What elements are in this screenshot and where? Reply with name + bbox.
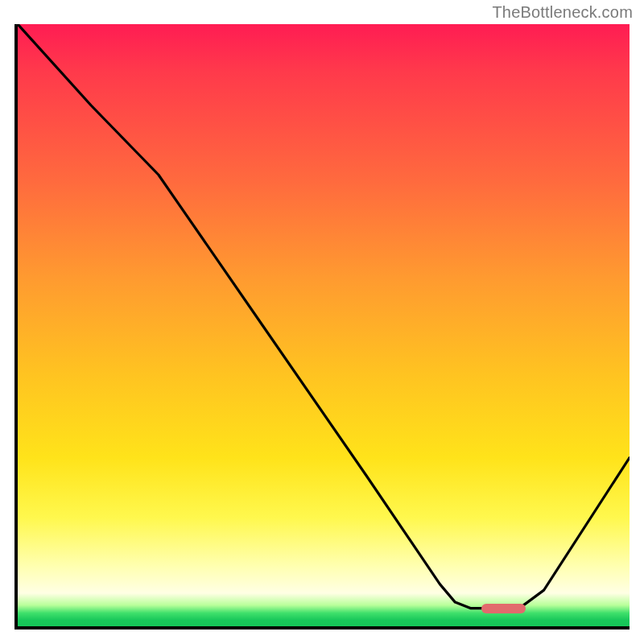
page-root: TheBottleneck.com [0,0,644,644]
plot-frame [14,24,630,630]
curve-path [18,24,630,609]
plot-inner [18,24,630,626]
bottleneck-curve [18,24,630,626]
attribution-text: TheBottleneck.com [492,3,633,22]
optimal-marker [481,604,526,613]
